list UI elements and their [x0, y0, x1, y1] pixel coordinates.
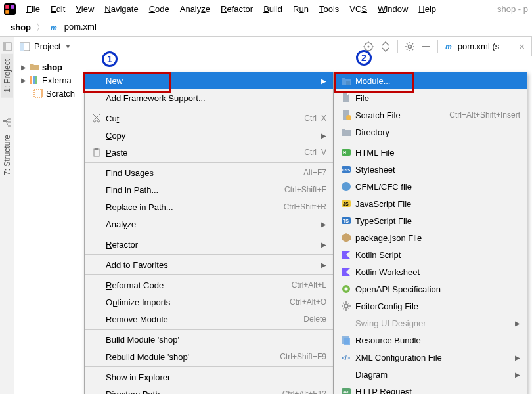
- breadcrumb-root[interactable]: shop: [8, 22, 33, 32]
- new-submenu-item-stylesheet[interactable]: CSSStylesheet: [334, 161, 527, 178]
- context-menu-item-rebuild-module-shop[interactable]: Rebuild Module 'shop'Ctrl+Shift+F9: [85, 348, 333, 365]
- context-menu-item-copy[interactable]: Copy▶: [85, 127, 333, 144]
- menu-item-label: CFML/CFC file: [353, 182, 520, 192]
- new-submenu-item-http-request[interactable]: APIHTTP Request: [334, 383, 527, 394]
- menu-item-label: Stylesheet: [353, 165, 520, 175]
- menu-tools[interactable]: Tools: [314, 4, 344, 14]
- project-view-icon: [20, 41, 30, 52]
- context-menu-item-cut[interactable]: CutCtrl+X: [85, 110, 333, 127]
- project-view-label[interactable]: Project: [34, 41, 60, 51]
- submenu-arrow-icon: ▶: [313, 241, 326, 248]
- hide-icon[interactable]: [422, 42, 431, 51]
- gear-icon[interactable]: [405, 41, 415, 52]
- new-submenu-item-javascript-file[interactable]: JSJavaScript File: [334, 195, 527, 212]
- context-menu-separator: [85, 234, 333, 234]
- menu-refactor[interactable]: Refactor: [215, 4, 258, 14]
- context-menu-item-directory-path[interactable]: Directory PathCtrl+Alt+F12: [85, 385, 333, 394]
- menu-item-shortcut: Ctrl+Shift+F: [271, 185, 326, 194]
- folder-icon: [29, 62, 39, 72]
- menu-view[interactable]: View: [70, 4, 99, 14]
- new-submenu-item-xml-configuration-file[interactable]: </>XML Configuration File▶: [334, 349, 527, 366]
- svg-rect-11: [8, 125, 11, 127]
- svg-rect-9: [8, 118, 11, 120]
- new-submenu-item-kotlin-worksheet[interactable]: Kotlin Worksheet: [334, 263, 527, 280]
- context-menu-item-reformat-code[interactable]: Reformat CodeCtrl+Alt+L: [85, 276, 333, 294]
- submenu-arrow-icon: ▶: [507, 371, 520, 378]
- breadcrumb-file[interactable]: m pom.xml: [47, 22, 99, 33]
- expand-all-icon[interactable]: [380, 41, 391, 52]
- chevron-down-icon[interactable]: ▼: [64, 43, 71, 50]
- html-icon: H: [340, 147, 353, 158]
- menu-edit[interactable]: Edit: [45, 4, 70, 14]
- annotation-badge-2: 2: [356, 50, 372, 66]
- new-submenu-item-kotlin-script[interactable]: Kotlin Script: [334, 246, 527, 263]
- svg-text:API: API: [343, 390, 349, 394]
- context-menu-item-remove-module[interactable]: Remove ModuleDelete: [85, 311, 333, 328]
- annotation-highlight-1: [83, 72, 171, 93]
- context-menu-item-add-to-favorites[interactable]: Add to Favorites▶: [85, 256, 333, 273]
- new-submenu-item-openapi-specification[interactable]: OpenAPI Specification: [334, 280, 527, 297]
- js-icon: JS: [340, 198, 353, 209]
- project-tab-icon: [3, 42, 12, 51]
- context-menu-item-optimize-imports[interactable]: Optimize ImportsCtrl+Alt+O: [85, 294, 333, 311]
- maven-icon: m: [445, 41, 455, 52]
- close-tab-icon[interactable]: ×: [499, 41, 525, 52]
- left-tool-window-tabs: 1: Project 7: Structure: [0, 37, 14, 394]
- menu-build[interactable]: Build: [258, 4, 288, 14]
- context-menu-item-paste[interactable]: PasteCtrl+V: [85, 144, 333, 161]
- new-submenu-item-directory[interactable]: Directory: [334, 123, 527, 141]
- context-menu-item-build-module-shop[interactable]: Build Module 'shop': [85, 331, 333, 348]
- menu-window[interactable]: Window: [372, 4, 413, 14]
- menu-item-shortcut: Ctrl+V: [291, 148, 326, 157]
- new-submenu-item-html-file[interactable]: HHTML File: [334, 144, 527, 161]
- scissors-icon: [90, 114, 103, 123]
- menu-item-label: Directory Path: [103, 389, 269, 395]
- menu-run[interactable]: Run: [288, 4, 314, 14]
- menu-item-label: Cut: [103, 114, 291, 123]
- http-icon: API: [340, 386, 353, 394]
- context-menu-separator: [85, 329, 333, 330]
- kt-icon: [340, 250, 353, 260]
- new-submenu-item-editorconfig-file[interactable]: EditorConfig File: [334, 297, 527, 315]
- new-submenu-item-resource-bundle[interactable]: Resource Bundle: [334, 332, 527, 349]
- svg-point-35: [342, 182, 351, 191]
- svg-point-41: [345, 288, 348, 291]
- menu-item-label: HTML File: [353, 148, 520, 158]
- annotation-badge-1: 1: [102, 51, 118, 67]
- context-menu-item-replace-in-path[interactable]: Replace in Path...Ctrl+Shift+R: [85, 198, 333, 215]
- tool-tab-project[interactable]: 1: Project: [1, 54, 13, 98]
- menu-vcs[interactable]: VCS: [344, 4, 372, 14]
- context-menu-item-analyze[interactable]: Analyze▶: [85, 215, 333, 232]
- menu-item-shortcut: Ctrl+Shift+R: [271, 202, 326, 211]
- context-menu-item-find-usages[interactable]: Find UsagesAlt+F7: [85, 164, 333, 181]
- svg-text:</>: </>: [342, 355, 350, 361]
- new-submenu-item-cfml-cfc-file[interactable]: CFML/CFC file: [334, 178, 527, 195]
- menu-file[interactable]: File: [21, 4, 45, 14]
- svg-point-30: [346, 115, 351, 120]
- menu-item-shortcut: Alt+F7: [290, 168, 326, 177]
- context-menu-item-show-in-explorer[interactable]: Show in Explorer: [85, 368, 333, 385]
- tool-tab-structure[interactable]: 7: Structure: [1, 129, 13, 181]
- new-submenu-item-package-json-file[interactable]: package.json File: [334, 229, 527, 246]
- menu-item-label: Find in Path...: [103, 185, 271, 195]
- editor-tab-pom[interactable]: m pom.xml (s ×: [438, 37, 532, 56]
- submenu-arrow-icon: ▶: [507, 320, 520, 327]
- new-submenu-item-typescript-file[interactable]: TSTypeScript File: [334, 212, 527, 229]
- context-menu-separator: [85, 108, 333, 108]
- menu-analyze[interactable]: Analyze: [175, 4, 215, 14]
- xml-icon: </>: [340, 352, 353, 362]
- menu-navigate[interactable]: Navigate: [99, 4, 143, 14]
- menu-code[interactable]: Code: [144, 4, 175, 14]
- new-submenu-item-diagram[interactable]: Diagram▶: [334, 366, 527, 383]
- new-submenu-item-scratch-file[interactable]: Scratch FileCtrl+Alt+Shift+Insert: [334, 106, 527, 123]
- submenu-arrow-icon: ▶: [313, 132, 326, 139]
- svg-text:m: m: [445, 43, 452, 51]
- menu-help[interactable]: Help: [413, 4, 441, 14]
- context-menu-item-refactor[interactable]: Refactor▶: [85, 236, 333, 253]
- file-icon: [340, 93, 353, 103]
- context-menu-separator: [85, 162, 333, 163]
- context-menu-item-find-in-path[interactable]: Find in Path...Ctrl+Shift+F: [85, 181, 333, 198]
- svg-text:JS: JS: [343, 202, 349, 206]
- svg-rect-17: [422, 46, 430, 47]
- menu-item-label: Add to Favorites: [103, 260, 313, 270]
